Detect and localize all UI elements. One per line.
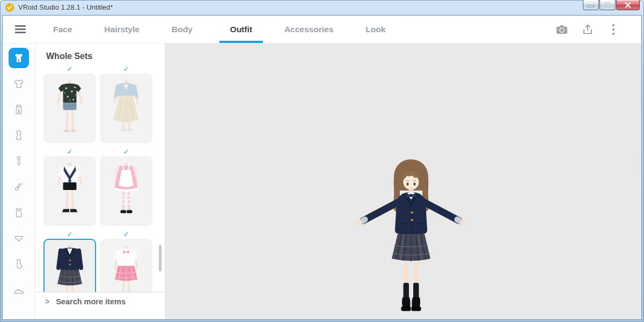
safety-pin-icon bbox=[13, 181, 25, 193]
sock-icon bbox=[13, 258, 25, 270]
tab-look[interactable]: Look bbox=[360, 16, 391, 43]
overflow-menu-button[interactable] bbox=[601, 16, 626, 43]
tab-body[interactable]: Body bbox=[166, 16, 198, 43]
camera-button[interactable] bbox=[549, 16, 575, 43]
titlebar[interactable]: VRoid Studio 1.28.1 - Untitled* bbox=[0, 0, 644, 15]
export-icon bbox=[582, 24, 593, 35]
hamburger-icon bbox=[15, 24, 26, 35]
tab-outfit[interactable]: Outfit bbox=[219, 16, 263, 43]
item-panel: Whole Sets ✓ bbox=[35, 43, 165, 319]
search-more-items-label: Search more items bbox=[56, 297, 126, 306]
character-model bbox=[349, 155, 473, 315]
main-navbar: Face Hairstyle Body Outfit Accessories L… bbox=[3, 16, 641, 43]
downloaded-check-icon: ✓ bbox=[100, 148, 152, 156]
sidebar-item-underwear[interactable] bbox=[7, 225, 31, 251]
chevron-right-icon: > bbox=[45, 297, 49, 306]
underwear-icon bbox=[13, 232, 25, 244]
overflow-menu-icon bbox=[612, 24, 615, 35]
minimize-icon bbox=[588, 2, 594, 8]
sidebar-item-innerwear[interactable] bbox=[7, 200, 31, 225]
camera-icon bbox=[556, 25, 568, 34]
maximize-icon bbox=[604, 2, 611, 8]
sidebar-item-dress[interactable] bbox=[7, 122, 31, 148]
whole-set-icon bbox=[13, 52, 25, 64]
sidebar-item-whole-sets[interactable] bbox=[7, 45, 31, 71]
outfit-thumbnail-floral-shirt-denim-shorts[interactable] bbox=[43, 74, 96, 143]
outfit-thumbnail-navy-blazer-plaid-skirt[interactable] bbox=[43, 239, 96, 292]
downloaded-check-icon: ✓ bbox=[100, 65, 152, 74]
tab-hairstyle[interactable]: Hairstyle bbox=[99, 16, 144, 43]
maximize-button[interactable] bbox=[599, 0, 616, 10]
panel-title: Whole Sets bbox=[46, 52, 92, 61]
tanktop-icon bbox=[13, 207, 25, 218]
app-logo-icon bbox=[5, 3, 14, 12]
outfit-thumbnail-pink-maid-dress[interactable] bbox=[100, 156, 152, 226]
app-window: VRoid Studio 1.28.1 - Untitled* bbox=[0, 0, 644, 322]
downloaded-check-icon: ✓ bbox=[43, 148, 96, 156]
outfit-item: ✓ bbox=[43, 65, 96, 143]
sidebar-item-pin[interactable] bbox=[7, 174, 31, 200]
viewport-3d[interactable] bbox=[165, 43, 641, 319]
shoe-icon bbox=[13, 284, 25, 296]
client-area: Face Hairstyle Body Outfit Accessories L… bbox=[2, 15, 642, 320]
main-tabs: Face Hairstyle Body Outfit Accessories L… bbox=[48, 16, 412, 43]
dress-icon bbox=[13, 129, 25, 141]
outfit-item: ✓ bbox=[43, 148, 96, 226]
sidebar-item-shoes[interactable] bbox=[7, 277, 31, 303]
outfit-thumbnail-denim-jacket-cream-skirt[interactable] bbox=[100, 74, 152, 143]
outfit-thumbnail-sailor-top-black-shorts[interactable] bbox=[43, 156, 96, 226]
outfit-item: ✓ bbox=[100, 65, 152, 143]
search-more-items-button[interactable]: > Search more items bbox=[35, 292, 165, 310]
downloaded-check-icon: ✓ bbox=[43, 230, 96, 239]
export-button[interactable] bbox=[575, 16, 601, 43]
downloaded-check-icon: ✓ bbox=[100, 230, 152, 239]
close-icon bbox=[625, 2, 631, 8]
necktie-icon bbox=[13, 155, 25, 167]
minimize-button[interactable] bbox=[583, 0, 599, 10]
sidebar-item-necktie[interactable] bbox=[7, 148, 31, 174]
panel-scrollbar-thumb[interactable] bbox=[159, 245, 162, 272]
tshirt-icon bbox=[13, 78, 25, 90]
pants-icon bbox=[13, 104, 25, 115]
downloaded-check-icon: ✓ bbox=[43, 65, 96, 74]
content-row: Whole Sets ✓ bbox=[3, 43, 641, 319]
outfit-item: ✓ bbox=[100, 148, 152, 226]
outfit-item: ✓ bbox=[43, 230, 96, 292]
tab-accessories[interactable]: Accessories bbox=[279, 16, 339, 43]
hamburger-menu-button[interactable] bbox=[3, 16, 38, 43]
sidebar-item-socks[interactable] bbox=[7, 251, 31, 277]
outfit-thumbnail-white-top-pink-plaid-skirt[interactable] bbox=[100, 239, 152, 292]
outfit-item: ✓ bbox=[100, 230, 152, 292]
close-button[interactable] bbox=[616, 0, 640, 10]
navbar-actions bbox=[549, 16, 626, 43]
tab-face[interactable]: Face bbox=[48, 16, 77, 43]
sidebar-item-tops[interactable] bbox=[7, 71, 31, 97]
thumbnail-grid: ✓ bbox=[43, 65, 156, 292]
category-sidebar bbox=[3, 43, 35, 319]
window-title: VRoid Studio 1.28.1 - Untitled* bbox=[18, 0, 113, 14]
sidebar-item-bottoms[interactable] bbox=[7, 97, 31, 122]
